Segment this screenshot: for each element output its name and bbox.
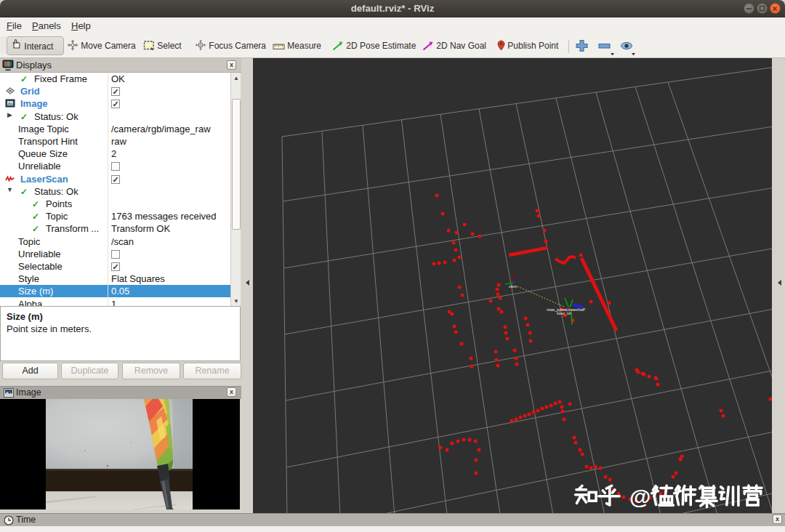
svg-text:baser_tsK: baser_tsK: [557, 312, 571, 315]
svg-text:@: @: [629, 485, 651, 509]
svg-text:odom: odom: [509, 285, 518, 289]
